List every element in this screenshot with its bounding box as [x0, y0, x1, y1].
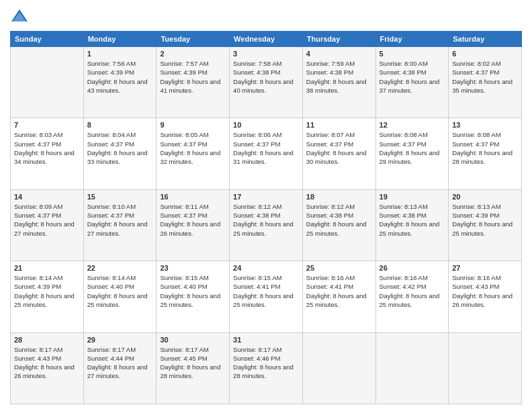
daylight: Daylight: 8 hours and 28 minutes. [160, 363, 220, 379]
day-info: Sunrise: 8:09 AM Sunset: 4:37 PM Dayligh… [14, 202, 80, 238]
day-cell: 11 Sunrise: 8:07 AM Sunset: 4:37 PM Dayl… [302, 118, 375, 189]
day-info: Sunrise: 8:16 AM Sunset: 4:42 PM Dayligh… [380, 273, 445, 309]
daylight: Daylight: 8 hours and 25 minutes. [306, 220, 367, 236]
day-number: 25 [306, 264, 372, 272]
daylight: Daylight: 8 hours and 28 minutes. [233, 363, 294, 379]
day-cell: 21 Sunrise: 8:14 AM Sunset: 4:39 PM Dayl… [11, 261, 84, 332]
weekday-header-monday: Monday [83, 32, 157, 47]
day-info: Sunrise: 8:16 AM Sunset: 4:41 PM Dayligh… [306, 273, 372, 309]
day-info: Sunrise: 7:57 AM Sunset: 4:39 PM Dayligh… [160, 59, 226, 95]
day-cell [449, 332, 522, 404]
day-info: Sunrise: 7:58 AM Sunset: 4:38 PM Dayligh… [233, 59, 299, 95]
day-number: 20 [452, 193, 518, 201]
day-cell: 22 Sunrise: 8:14 AM Sunset: 4:40 PM Dayl… [83, 261, 157, 332]
day-cell: 6 Sunrise: 8:02 AM Sunset: 4:37 PM Dayli… [449, 47, 522, 118]
logo [10, 7, 32, 26]
day-info: Sunrise: 8:05 AM Sunset: 4:37 PM Dayligh… [160, 130, 226, 166]
day-cell: 31 Sunrise: 8:17 AM Sunset: 4:46 PM Dayl… [230, 332, 303, 404]
sunset: Sunset: 4:37 PM [160, 212, 207, 219]
sunrise: Sunrise: 8:17 AM [14, 346, 62, 353]
day-info: Sunrise: 8:12 AM Sunset: 4:38 PM Dayligh… [233, 202, 299, 238]
daylight: Daylight: 8 hours and 32 minutes. [160, 149, 220, 165]
sunrise: Sunrise: 8:14 AM [87, 274, 136, 281]
day-info: Sunrise: 8:17 AM Sunset: 4:44 PM Dayligh… [87, 345, 153, 381]
day-info: Sunrise: 8:07 AM Sunset: 4:37 PM Dayligh… [306, 130, 372, 166]
day-number: 3 [233, 50, 299, 58]
weekday-header-tuesday: Tuesday [157, 32, 230, 47]
day-cell [375, 332, 449, 404]
sunset: Sunset: 4:41 PM [306, 283, 353, 290]
day-number: 8 [87, 121, 153, 129]
daylight: Daylight: 8 hours and 26 minutes. [160, 220, 220, 236]
sunrise: Sunrise: 8:07 AM [306, 131, 355, 138]
daylight: Daylight: 8 hours and 40 minutes. [233, 78, 294, 94]
week-row-2: 7 Sunrise: 8:03 AM Sunset: 4:37 PM Dayli… [11, 118, 522, 189]
day-number: 21 [14, 264, 80, 272]
daylight: Daylight: 8 hours and 26 minutes. [14, 363, 75, 379]
day-info: Sunrise: 8:03 AM Sunset: 4:37 PM Dayligh… [14, 130, 80, 166]
daylight: Daylight: 8 hours and 27 minutes. [87, 220, 148, 236]
sunset: Sunset: 4:46 PM [233, 355, 280, 362]
day-info: Sunrise: 8:12 AM Sunset: 4:38 PM Dayligh… [306, 202, 372, 238]
day-info: Sunrise: 8:08 AM Sunset: 4:37 PM Dayligh… [380, 130, 445, 166]
day-info: Sunrise: 8:04 AM Sunset: 4:37 PM Dayligh… [87, 130, 153, 166]
day-cell: 8 Sunrise: 8:04 AM Sunset: 4:37 PM Dayli… [83, 118, 157, 189]
sunset: Sunset: 4:37 PM [452, 68, 499, 76]
day-number: 30 [160, 336, 226, 344]
sunrise: Sunrise: 8:16 AM [380, 274, 428, 281]
day-number: 17 [233, 193, 299, 201]
daylight: Daylight: 8 hours and 25 minutes. [452, 220, 513, 236]
daylight: Daylight: 8 hours and 43 minutes. [87, 78, 148, 94]
day-info: Sunrise: 8:10 AM Sunset: 4:37 PM Dayligh… [87, 202, 153, 238]
sunrise: Sunrise: 8:11 AM [160, 203, 208, 210]
day-info: Sunrise: 8:17 AM Sunset: 4:46 PM Dayligh… [233, 345, 299, 381]
day-info: Sunrise: 8:15 AM Sunset: 4:41 PM Dayligh… [233, 273, 299, 309]
day-number: 11 [306, 121, 372, 129]
day-cell: 5 Sunrise: 8:00 AM Sunset: 4:38 PM Dayli… [375, 47, 449, 118]
day-cell: 27 Sunrise: 8:16 AM Sunset: 4:43 PM Dayl… [449, 261, 522, 332]
day-cell: 9 Sunrise: 8:05 AM Sunset: 4:37 PM Dayli… [157, 118, 230, 189]
sunrise: Sunrise: 8:15 AM [160, 274, 208, 281]
sunset: Sunset: 4:45 PM [160, 355, 207, 362]
day-info: Sunrise: 8:00 AM Sunset: 4:38 PM Dayligh… [380, 59, 445, 95]
day-cell: 3 Sunrise: 7:58 AM Sunset: 4:38 PM Dayli… [230, 47, 303, 118]
sunset: Sunset: 4:37 PM [160, 140, 207, 148]
daylight: Daylight: 8 hours and 25 minutes. [87, 292, 148, 308]
day-number: 29 [87, 336, 153, 344]
weekday-header-saturday: Saturday [449, 32, 522, 47]
day-info: Sunrise: 8:17 AM Sunset: 4:45 PM Dayligh… [160, 345, 226, 381]
daylight: Daylight: 8 hours and 41 minutes. [160, 78, 220, 94]
day-cell: 18 Sunrise: 8:12 AM Sunset: 4:38 PM Dayl… [302, 189, 375, 261]
day-cell: 23 Sunrise: 8:15 AM Sunset: 4:40 PM Dayl… [157, 261, 230, 332]
daylight: Daylight: 8 hours and 25 minutes. [14, 292, 75, 308]
daylight: Daylight: 8 hours and 38 minutes. [306, 78, 367, 94]
logo-icon [10, 7, 29, 26]
weekday-header-row: SundayMondayTuesdayWednesdayThursdayFrid… [11, 32, 522, 47]
day-number: 26 [380, 264, 445, 272]
day-info: Sunrise: 7:56 AM Sunset: 4:39 PM Dayligh… [87, 59, 153, 95]
sunset: Sunset: 4:41 PM [233, 283, 280, 290]
day-number: 7 [14, 121, 80, 129]
day-number: 1 [87, 50, 153, 58]
week-row-3: 14 Sunrise: 8:09 AM Sunset: 4:37 PM Dayl… [11, 189, 522, 261]
day-number: 4 [306, 50, 372, 58]
daylight: Daylight: 8 hours and 28 minutes. [452, 149, 513, 165]
day-cell [302, 332, 375, 404]
sunset: Sunset: 4:37 PM [233, 140, 280, 148]
day-info: Sunrise: 8:17 AM Sunset: 4:43 PM Dayligh… [14, 345, 80, 381]
sunset: Sunset: 4:39 PM [452, 212, 499, 219]
daylight: Daylight: 8 hours and 27 minutes. [14, 220, 75, 236]
day-cell: 12 Sunrise: 8:08 AM Sunset: 4:37 PM Dayl… [375, 118, 449, 189]
daylight: Daylight: 8 hours and 25 minutes. [380, 220, 440, 236]
day-info: Sunrise: 8:11 AM Sunset: 4:37 PM Dayligh… [160, 202, 226, 238]
daylight: Daylight: 8 hours and 26 minutes. [452, 292, 513, 308]
weekday-header-wednesday: Wednesday [230, 32, 303, 47]
day-number: 12 [380, 121, 445, 129]
sunset: Sunset: 4:37 PM [87, 140, 134, 148]
sunset: Sunset: 4:43 PM [452, 283, 499, 290]
day-number: 14 [14, 193, 80, 201]
sunset: Sunset: 4:37 PM [14, 212, 61, 219]
day-cell: 15 Sunrise: 8:10 AM Sunset: 4:37 PM Dayl… [83, 189, 157, 261]
day-cell: 13 Sunrise: 8:08 AM Sunset: 4:37 PM Dayl… [449, 118, 522, 189]
sunrise: Sunrise: 8:12 AM [306, 203, 355, 210]
